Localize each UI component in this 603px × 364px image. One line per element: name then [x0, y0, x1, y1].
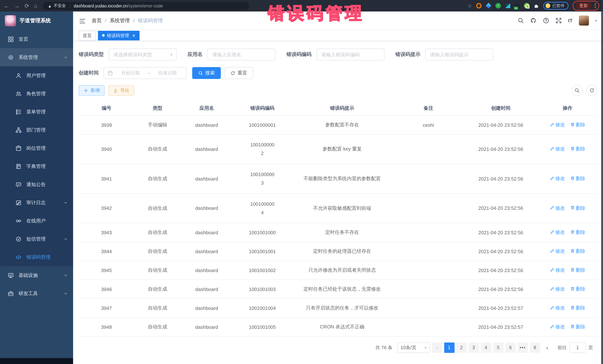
- fullscreen-icon[interactable]: [555, 17, 562, 24]
- refresh-table-button[interactable]: [586, 85, 597, 96]
- github-icon[interactable]: [530, 17, 536, 24]
- page-button-3[interactable]: 3: [468, 343, 479, 353]
- page-button-1[interactable]: 1: [444, 343, 454, 353]
- goto-page-input[interactable]: [569, 343, 586, 353]
- date-range-picker[interactable]: 开始日期 - 结束日期: [104, 67, 187, 79]
- collapse-menu-icon[interactable]: [79, 18, 86, 23]
- prev-page-button[interactable]: ‹: [432, 343, 442, 353]
- delete-link[interactable]: 删除: [570, 324, 585, 331]
- page-button-6[interactable]: 6: [505, 343, 516, 353]
- sidebar-item-8[interactable]: 通知公告: [0, 175, 73, 194]
- search-icon[interactable]: [517, 17, 524, 24]
- cell-code: 1001000004: [233, 194, 292, 223]
- reload-icon[interactable]: ⟳: [24, 2, 29, 9]
- error-hint-field[interactable]: [425, 49, 493, 60]
- edit-link[interactable]: 修改: [550, 146, 565, 153]
- sidebar-item-3[interactable]: 角色管理: [0, 85, 73, 103]
- extension-gem-icon[interactable]: [486, 3, 491, 9]
- error-code-input[interactable]: [320, 51, 380, 58]
- sidebar-item-2[interactable]: 用户管理: [0, 66, 73, 85]
- delete-link[interactable]: 删除: [570, 229, 585, 236]
- delete-link[interactable]: 删除: [570, 248, 585, 255]
- breadcrumb-home[interactable]: 首页: [92, 17, 102, 24]
- page-button-8[interactable]: 8: [530, 343, 540, 353]
- breadcrumb-system[interactable]: 系统管理: [110, 17, 130, 24]
- column-header: 操作: [537, 101, 598, 115]
- extension-vue-icon[interactable]: ✓: [495, 3, 501, 9]
- extensions-puzzle-icon[interactable]: [533, 3, 539, 9]
- close-tab-icon[interactable]: ✕: [132, 31, 135, 40]
- delete-link[interactable]: 删除: [570, 205, 585, 212]
- sidebar-item-9[interactable]: 审计日志: [0, 194, 73, 212]
- page-size-select[interactable]: 10条/页 ▾: [397, 343, 430, 353]
- font-size-icon[interactable]: tT: [568, 18, 573, 23]
- delete-link[interactable]: 删除: [570, 267, 585, 274]
- bookmark-star-icon[interactable]: ☆: [467, 3, 472, 9]
- delete-link[interactable]: 删除: [570, 286, 585, 293]
- toggle-search-button[interactable]: [571, 85, 583, 96]
- delete-link[interactable]: 删除: [570, 146, 585, 153]
- breadcrumb-current: 错误码管理: [138, 17, 163, 24]
- edit-link[interactable]: 修改: [550, 121, 565, 128]
- forward-icon[interactable]: →: [14, 3, 20, 9]
- edit-link[interactable]: 修改: [550, 248, 565, 255]
- add-button[interactable]: 新增: [79, 85, 105, 96]
- sidebar-item-5[interactable]: 部门管理: [0, 121, 73, 139]
- sidebar-collapse-strip[interactable]: [0, 358, 73, 364]
- edit-link[interactable]: 修改: [550, 286, 565, 293]
- app-name-field[interactable]: [208, 49, 275, 60]
- cell-memo: [392, 299, 464, 318]
- extension-orange-icon[interactable]: [476, 3, 482, 9]
- chrome-update-button[interactable]: 更新: [576, 2, 591, 9]
- profile-paused-chip[interactable]: 已暂停: [543, 2, 568, 10]
- edit-link[interactable]: 修改: [550, 175, 565, 182]
- app-name-input[interactable]: [211, 51, 271, 58]
- sidebar-item-0[interactable]: 首页: [0, 30, 73, 48]
- more-pages-button[interactable]: •••: [517, 343, 528, 353]
- error-type-select-input[interactable]: [113, 51, 170, 58]
- page-button-5[interactable]: 5: [493, 343, 503, 353]
- export-button[interactable]: 导出: [108, 85, 134, 96]
- sidebar-item-10[interactable]: 在线用户: [0, 212, 73, 230]
- extension-key-icon[interactable]: [524, 3, 530, 9]
- cell-actions: 修改删除: [537, 223, 598, 242]
- tab-error-code[interactable]: 错误码管理 ✕: [98, 31, 139, 40]
- delete-link[interactable]: 删除: [570, 121, 585, 128]
- delete-link[interactable]: 删除: [570, 305, 585, 311]
- error-type-select[interactable]: ▾: [109, 49, 176, 60]
- reset-button[interactable]: 重置: [224, 67, 253, 79]
- sidebar-item-1[interactable]: 系统管理: [0, 48, 73, 66]
- user-menu-caret-icon[interactable]: ▾: [595, 19, 597, 22]
- page-button-4[interactable]: 4: [481, 343, 491, 353]
- sidebar-item-13[interactable]: 基础设施: [0, 266, 73, 284]
- home-icon[interactable]: ⌂: [34, 3, 37, 9]
- edit-link[interactable]: 修改: [550, 324, 565, 331]
- address-bar[interactable]: ▲ 不安全 | dashboard.yudao.iocoder.cn /syst…: [43, 2, 249, 10]
- help-icon[interactable]: [543, 17, 549, 24]
- sidebar-item-4[interactable]: 菜单管理: [0, 103, 73, 121]
- error-code-field[interactable]: [316, 49, 384, 60]
- search-button[interactable]: 搜索: [192, 67, 221, 79]
- edit-link[interactable]: 修改: [550, 205, 565, 212]
- sidebar-item-11[interactable]: 短信管理: [0, 230, 73, 248]
- logo[interactable]: 芋道管理系统: [0, 11, 73, 30]
- sidebar-item-14[interactable]: 研发工具: [0, 284, 73, 302]
- tab-home[interactable]: 首页: [79, 31, 96, 40]
- user-avatar[interactable]: [579, 16, 589, 26]
- browser-menu-icon[interactable]: •••: [594, 3, 596, 9]
- back-icon[interactable]: ←: [4, 3, 9, 9]
- delete-link[interactable]: 删除: [570, 175, 585, 182]
- sidebar-item-12[interactable]: 错误码管理: [0, 248, 73, 266]
- page-button-2[interactable]: 2: [456, 343, 467, 353]
- extension-onetab-icon[interactable]: on: [515, 4, 520, 8]
- edit-link[interactable]: 修改: [550, 267, 565, 274]
- error-hint-input[interactable]: [429, 51, 489, 58]
- window-scrollbar[interactable]: [601, 0, 603, 364]
- not-secure-warning[interactable]: ▲ 不安全: [48, 3, 66, 9]
- edit-link[interactable]: 修改: [550, 229, 565, 236]
- extension-grid-icon[interactable]: [505, 3, 510, 9]
- sidebar-item-6[interactable]: 岗位管理: [0, 139, 73, 157]
- edit-link[interactable]: 修改: [550, 305, 565, 311]
- sidebar-item-7[interactable]: 字典管理: [0, 157, 73, 175]
- next-page-button[interactable]: ›: [542, 343, 552, 353]
